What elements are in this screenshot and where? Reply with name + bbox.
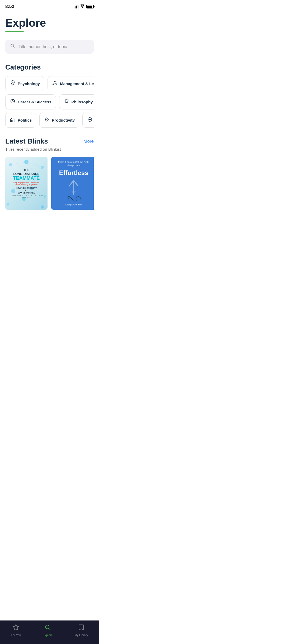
categories-title: Categories xyxy=(5,63,94,71)
status-time: 8:52 xyxy=(5,4,14,9)
categories-row-3: Politics Productivity xyxy=(5,113,94,128)
svg-point-3 xyxy=(53,84,54,85)
category-pill-psychology[interactable]: Psychology xyxy=(5,76,44,91)
book-card-long-distance[interactable]: THE LONG-DISTANCE TEAMMATE Stay Engaged … xyxy=(5,157,48,210)
svg-point-12 xyxy=(89,119,89,120)
psychology-icon xyxy=(10,80,16,87)
title-underline xyxy=(5,31,24,32)
category-label-philosophy: Philosophy xyxy=(72,100,93,104)
svg-point-13 xyxy=(89,119,90,120)
svg-point-6 xyxy=(12,100,13,102)
search-bar[interactable]: Title, author, host, or topic xyxy=(5,40,94,54)
category-label-management: Management & Leadership xyxy=(60,81,94,86)
book1-title-top: THE xyxy=(8,168,45,172)
categories-grid: Psychology Management & Leadership xyxy=(5,76,94,128)
status-bar: 8:52 xyxy=(0,0,99,12)
book-cover-long-distance: THE LONG-DISTANCE TEAMMATE Stay Engaged … xyxy=(5,157,48,210)
category-pill-productivity[interactable]: Productivity xyxy=(39,113,79,128)
svg-point-1 xyxy=(12,82,13,83)
category-pill-management[interactable]: Management & Leadership xyxy=(48,76,94,91)
effortless-top-text: Make It Easy to Get the Right Things Don… xyxy=(55,160,92,167)
latest-blinks-subtitle: Titles recently added on Blinkist xyxy=(5,147,94,151)
svg-line-34 xyxy=(8,199,24,204)
politics-icon xyxy=(10,117,16,124)
latest-blinks-header: Latest Blinks More xyxy=(5,137,94,145)
svg-point-14 xyxy=(90,119,91,120)
category-label-psychology: Psychology xyxy=(18,81,40,86)
svg-line-35 xyxy=(42,196,45,207)
philosophy-icon xyxy=(64,98,69,105)
latest-blinks-title: Latest Blinks xyxy=(5,137,48,145)
category-pill-politics[interactable]: Politics xyxy=(5,113,36,128)
book1-title-accent: TEAMMATE xyxy=(8,176,45,181)
page-title: Explore xyxy=(5,17,94,29)
svg-line-26 xyxy=(11,162,26,165)
effortless-arrow xyxy=(66,179,82,196)
battery-icon xyxy=(86,5,94,8)
book-cover-effortless: Make It Easy to Get the Right Things Don… xyxy=(51,157,94,210)
category-pill-philosophy[interactable]: Philosophy xyxy=(59,94,94,109)
management-icon xyxy=(52,80,58,87)
categories-row-2: Career & Success Philosophy xyxy=(5,94,94,109)
search-icon xyxy=(10,43,15,50)
svg-line-27 xyxy=(26,162,42,167)
more-link[interactable]: More xyxy=(83,137,94,144)
category-label-productivity: Productivity xyxy=(52,118,75,122)
svg-point-4 xyxy=(56,84,57,85)
book-card-effortless[interactable]: Make It Easy to Get the Right Things Don… xyxy=(51,157,94,210)
category-label-politics: Politics xyxy=(18,118,32,122)
category-pill-career[interactable]: Career & Success xyxy=(5,94,56,109)
status-icons xyxy=(74,4,94,9)
effortless-title: Effortless xyxy=(59,169,88,177)
communication-icon xyxy=(87,117,93,124)
svg-point-2 xyxy=(54,81,55,82)
book1-author-note: FOUNDERS OF THE REMOTE LEADERSHIP INSTIT… xyxy=(8,195,45,198)
books-row: THE LONG-DISTANCE TEAMMATE Stay Engaged … xyxy=(5,157,94,210)
book1-author: KEVIN EIKENBERRYandWAYNE TURMEL xyxy=(8,187,45,194)
categories-row-1: Psychology Management & Leadership xyxy=(5,76,94,91)
book1-title-main: LONG-DISTANCE xyxy=(8,172,45,176)
search-placeholder: Title, author, host, or topic xyxy=(18,44,67,49)
category-label-career: Career & Success xyxy=(18,100,51,104)
svg-point-5 xyxy=(11,99,15,103)
career-icon xyxy=(10,98,16,105)
wifi-icon xyxy=(80,4,85,9)
main-content: Explore Title, author, host, or topic Ca… xyxy=(0,12,99,210)
category-pill-communication[interactable] xyxy=(82,113,94,128)
productivity-icon xyxy=(44,117,50,124)
book1-subtitle: Stay Engaged and ConnectedWhile Working … xyxy=(8,182,45,185)
svg-point-0 xyxy=(11,44,14,47)
effortless-author: Greg McKeown xyxy=(65,203,82,206)
signal-icon xyxy=(74,5,78,8)
